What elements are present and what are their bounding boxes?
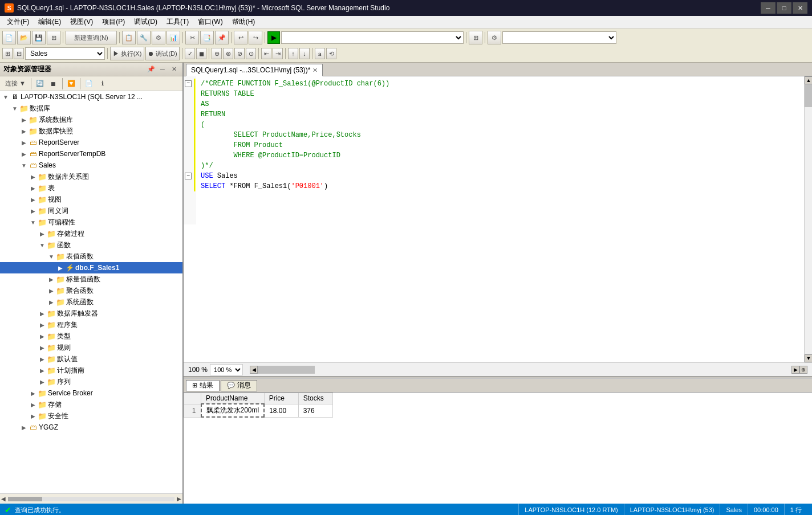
tree-item-scalar[interactable]: ▶ 📁 标量值函数	[0, 273, 182, 285]
tb-row2-btnA[interactable]: ↑	[288, 48, 298, 59]
tb-search-dropdown[interactable]	[281, 31, 464, 44]
expand-functions[interactable]: ▼	[38, 240, 47, 250]
tb-row2-btnC[interactable]: 𝐚	[315, 48, 325, 59]
tree-item-reporttemp[interactable]: ▶ 🗃 ReportServerTempDB	[0, 148, 182, 160]
tb-row2-btn1[interactable]: ⊞	[2, 48, 13, 59]
tree-item-defaults[interactable]: ▶ 📁 默认值	[0, 353, 182, 365]
hscroll-left-code[interactable]: ◀	[250, 366, 258, 374]
expand-sysdb[interactable]: ▶	[19, 115, 29, 124]
tb-undo-btn[interactable]: ↩	[234, 31, 247, 44]
oe-refresh-btn[interactable]: 🔄	[34, 78, 46, 89]
expand-plans[interactable]: ▶	[38, 366, 47, 375]
tb-redo-btn[interactable]: ↪	[249, 31, 262, 44]
tree-item-types[interactable]: ▶ 📁 类型	[0, 330, 182, 342]
expand-sales[interactable]: ▼	[19, 161, 29, 170]
tree-item-servicebroker[interactable]: ▶ 📁 Service Broker	[0, 387, 182, 399]
tree-item-sysdb[interactable]: ▶ 📁 系统数据库	[0, 114, 182, 125]
results-table-area[interactable]: ProductName Price Stocks 1 飘柔洗发水200ml 18…	[184, 393, 812, 504]
oe-props-btn[interactable]: ℹ	[96, 78, 109, 89]
maximize-button[interactable]: □	[777, 2, 791, 14]
tb-row2-btnD[interactable]: ⟲	[326, 48, 336, 59]
expand-asm[interactable]: ▶	[38, 320, 47, 329]
expand-storage[interactable]: ▶	[29, 400, 38, 409]
vscroll-up-btn[interactable]: ▲	[805, 76, 812, 84]
tab-close-btn[interactable]: ✕	[312, 67, 318, 74]
expand-reportserver[interactable]: ▶	[19, 138, 29, 147]
expand-prog[interactable]: ▼	[29, 218, 38, 227]
menu-window[interactable]: 窗口(W)	[193, 16, 227, 28]
tree-area[interactable]: ▼ 🖥 LAPTOP-N3SLOC1H (SQL Server 12 ... ▼…	[0, 91, 182, 493]
hscroll-left-btn[interactable]: ◀	[1, 496, 6, 502]
tree-item-f-sales1[interactable]: ▶ ⚡ dbo.F_Sales1	[0, 262, 182, 273]
oe-connect-btn[interactable]: 连接 ▼	[2, 78, 29, 89]
minimize-button[interactable]: ─	[761, 2, 776, 14]
tb-save-btn[interactable]: 💾	[32, 31, 46, 44]
menu-project[interactable]: 项目(P)	[98, 16, 129, 28]
hscroll-code-track[interactable]	[258, 366, 791, 374]
tree-item-plans[interactable]: ▶ 📁 计划指南	[0, 365, 182, 376]
tb-row2-btn2[interactable]: ⊟	[14, 48, 24, 59]
tree-item-views[interactable]: ▶ 📁 视图	[0, 194, 182, 205]
fold-comment-block[interactable]: −	[185, 80, 192, 87]
tb-paste-btn[interactable]: 📌	[215, 31, 229, 44]
tb-row2-btn6[interactable]: ⊘	[234, 48, 245, 59]
tb-row2-btn4[interactable]: ⊕	[212, 48, 222, 59]
code-editor-main[interactable]: − −	[184, 76, 804, 362]
expand-fsales1[interactable]: ▶	[56, 263, 65, 272]
panel-close-btn[interactable]: ✕	[169, 64, 179, 75]
tb-row2-btn3[interactable]: ◼	[196, 48, 206, 59]
menu-tools[interactable]: 工具(T)	[162, 16, 193, 28]
vscroll-down-btn[interactable]: ▼	[805, 354, 812, 362]
expand-agg[interactable]: ▶	[47, 286, 56, 295]
tree-item-aggregate[interactable]: ▶ 📁 聚合函数	[0, 285, 182, 296]
menu-help[interactable]: 帮助(H)	[228, 16, 260, 28]
tree-item-snapshot[interactable]: ▶ 📁 数据库快照	[0, 125, 182, 137]
db-selector[interactable]: Sales	[25, 47, 105, 60]
oe-new-btn[interactable]: 📄	[83, 78, 95, 89]
fold-use-block[interactable]: −	[185, 173, 192, 179]
tree-item-diagram[interactable]: ▶ 📁 数据库关系图	[0, 171, 182, 182]
tree-item-server[interactable]: ▼ 🖥 LAPTOP-N3SLOC1H (SQL Server 12 ...	[0, 91, 182, 103]
tree-item-programmability[interactable]: ▼ 📁 可编程性	[0, 216, 182, 228]
zoom-dropdown[interactable]: 100 % 75 % 150 %	[210, 364, 243, 375]
menu-view[interactable]: 视图(V)	[66, 16, 98, 28]
sql-query-tab[interactable]: SQLQuery1.sql -...3SLOC1H\myj (53))* ✕	[186, 64, 323, 76]
expand-security[interactable]: ▶	[29, 411, 38, 420]
panel-pin-btn[interactable]: 📌	[146, 64, 156, 75]
tb-row2-btn5[interactable]: ⊗	[223, 48, 233, 59]
menu-edit[interactable]: 编辑(E)	[34, 16, 66, 28]
tree-item-security[interactable]: ▶ 📁 安全性	[0, 410, 182, 422]
expand-diagram[interactable]: ▶	[29, 172, 38, 181]
tb-row2-btnB[interactable]: ↓	[299, 48, 310, 59]
tb-settings-btn[interactable]: ⚙	[488, 31, 501, 44]
tree-item-tvf[interactable]: ▼ 📁 表值函数	[0, 251, 182, 262]
expand-defaults[interactable]: ▶	[38, 354, 47, 363]
tb-row2-btn7[interactable]: ⊙	[246, 48, 256, 59]
tb-row2-btn9[interactable]: ⇥	[273, 48, 283, 59]
results-tab[interactable]: ⊞ 结果	[186, 380, 220, 391]
messages-tab[interactable]: 💬 消息	[221, 380, 257, 391]
menu-file[interactable]: 文件(F)	[2, 16, 34, 28]
tree-item-sysfunc[interactable]: ▶ 📁 系统函数	[0, 296, 182, 308]
oe-filter-btn[interactable]: 🔽	[65, 78, 78, 89]
close-button[interactable]: ✕	[793, 2, 807, 14]
tree-item-rules[interactable]: ▶ 📁 规则	[0, 342, 182, 353]
tb-newquery-btn[interactable]: 新建查询(N)	[66, 31, 117, 44]
tree-item-assemblies[interactable]: ▶ 📁 程序集	[0, 319, 182, 330]
tree-item-sales[interactable]: ▼ 🗃 Sales	[0, 160, 182, 171]
tb-cut-btn[interactable]: ✂	[185, 31, 199, 44]
debug-btn[interactable]: ⏺ 调试(D)	[145, 47, 180, 60]
tb-new-btn[interactable]: 📄	[2, 31, 16, 44]
expand-proc[interactable]: ▶	[38, 229, 47, 238]
expand-synonyms[interactable]: ▶	[29, 206, 38, 215]
tree-item-synonyms[interactable]: ▶ 📁 同义词	[0, 205, 182, 216]
tb-saveall-btn[interactable]: ⊞	[47, 31, 60, 44]
expand-views[interactable]: ▶	[29, 195, 38, 204]
tb-btn3[interactable]: 📋	[122, 31, 136, 44]
tree-item-databases[interactable]: ▼ 📁 数据库	[0, 103, 182, 114]
vscroll-track[interactable]	[805, 84, 812, 354]
tb-copy-btn[interactable]: 📑	[200, 31, 214, 44]
expand-tvf[interactable]: ▼	[47, 252, 56, 261]
tb-btn6[interactable]: 📊	[167, 31, 180, 44]
tb-grid-btn[interactable]: ⊞	[469, 31, 482, 44]
